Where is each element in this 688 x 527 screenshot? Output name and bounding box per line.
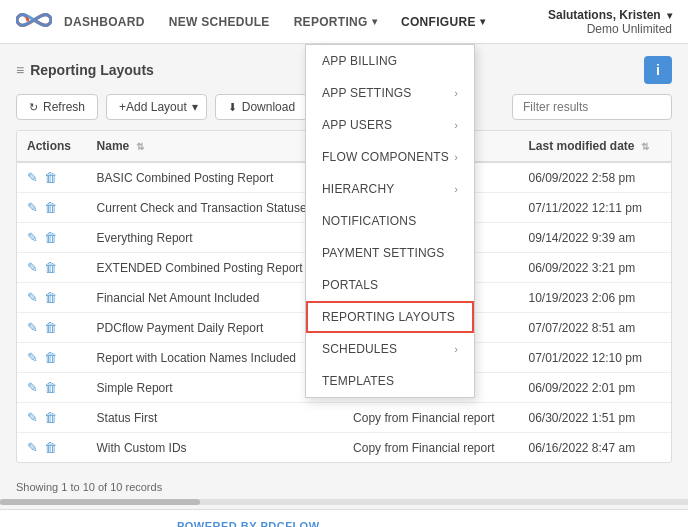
col-actions: Actions bbox=[17, 131, 87, 162]
add-layout-button[interactable]: +Add Layout ▾ bbox=[106, 94, 207, 120]
table-row: ✎ 🗑 With Custom IDs Copy from Financial … bbox=[17, 433, 671, 463]
user-account: Demo Unlimited bbox=[548, 22, 672, 36]
user-greeting: Salutations, Kristen ▾ bbox=[548, 8, 672, 22]
edit-icon[interactable]: ✎ bbox=[27, 170, 38, 185]
row-actions: ✎ 🗑 bbox=[17, 223, 87, 253]
edit-icon[interactable]: ✎ bbox=[27, 410, 38, 425]
arrow-icon: › bbox=[454, 119, 458, 131]
app-logo[interactable] bbox=[16, 8, 52, 35]
arrow-icon: › bbox=[454, 87, 458, 99]
nav-reporting[interactable]: REPORTING ▾ bbox=[282, 0, 389, 44]
sort-icon: ⇅ bbox=[136, 141, 144, 152]
edit-icon[interactable]: ✎ bbox=[27, 350, 38, 365]
edit-icon[interactable]: ✎ bbox=[27, 380, 38, 395]
arrow-icon: › bbox=[454, 151, 458, 163]
scroll-track[interactable] bbox=[0, 499, 688, 505]
dropdown-item-portals[interactable]: PORTALS bbox=[306, 269, 474, 301]
arrow-icon: › bbox=[454, 343, 458, 355]
powered-by: POWERED BY PDCFLOW bbox=[16, 520, 320, 528]
delete-icon[interactable]: 🗑 bbox=[44, 320, 57, 335]
row-actions: ✎ 🗑 bbox=[17, 283, 87, 313]
page-footer: pdcflow POWERED BY PDCFLOW SUPPORT | PRI… bbox=[0, 509, 688, 527]
dropdown-item-payment-settings[interactable]: PAYMENT SETTINGS bbox=[306, 237, 474, 269]
configure-caret: ▾ bbox=[480, 16, 485, 27]
row-last-modified: 07/01/2022 12:10 pm bbox=[518, 343, 671, 373]
row-actions: ✎ 🗑 bbox=[17, 162, 87, 193]
edit-icon[interactable]: ✎ bbox=[27, 440, 38, 455]
sort-icon: ⇅ bbox=[641, 141, 649, 152]
footer-right: POWERED BY PDCFLOW SUPPORT | PRIVACY | T… bbox=[16, 520, 320, 528]
layout-icon: ≡ bbox=[16, 62, 24, 78]
dropdown-item-templates[interactable]: TEMPLATES bbox=[306, 365, 474, 397]
dropdown-item-notifications[interactable]: NOTIFICATIONS bbox=[306, 205, 474, 237]
records-count: Showing 1 to 10 of 10 records bbox=[0, 475, 688, 499]
dropdown-item-app-settings[interactable]: APP SETTINGS › bbox=[306, 77, 474, 109]
row-last-modified: 09/14/2022 9:39 am bbox=[518, 223, 671, 253]
reporting-caret: ▾ bbox=[372, 16, 377, 27]
dropdown-item-hierarchy[interactable]: HIERARCHY › bbox=[306, 173, 474, 205]
page-title: Reporting Layouts bbox=[30, 62, 154, 78]
dropdown-item-app-users[interactable]: APP USERS › bbox=[306, 109, 474, 141]
main-nav: DASHBOARD NEW SCHEDULE REPORTING ▾ CONFI… bbox=[52, 0, 548, 44]
row-last-modified: 06/16/2022 8:47 am bbox=[518, 433, 671, 463]
delete-icon[interactable]: 🗑 bbox=[44, 440, 57, 455]
delete-icon[interactable]: 🗑 bbox=[44, 260, 57, 275]
row-last-modified: 10/19/2023 2:06 pm bbox=[518, 283, 671, 313]
col-last-modified[interactable]: Last modified date ⇅ bbox=[518, 131, 671, 162]
dropdown-item-app-billing[interactable]: APP BILLING bbox=[306, 45, 474, 77]
add-layout-caret: ▾ bbox=[192, 100, 198, 114]
user-menu[interactable]: Salutations, Kristen ▾ Demo Unlimited bbox=[548, 8, 672, 36]
row-description: Copy from Financial report bbox=[343, 433, 518, 463]
row-actions: ✎ 🗑 bbox=[17, 433, 87, 463]
user-caret: ▾ bbox=[667, 10, 672, 21]
refresh-button[interactable]: ↻ Refresh bbox=[16, 94, 98, 120]
row-name: With Custom IDs bbox=[87, 433, 344, 463]
edit-icon[interactable]: ✎ bbox=[27, 200, 38, 215]
delete-icon[interactable]: 🗑 bbox=[44, 290, 57, 305]
row-actions: ✎ 🗑 bbox=[17, 313, 87, 343]
arrow-icon: › bbox=[454, 183, 458, 195]
nav-configure[interactable]: CONFIGURE ▾ bbox=[389, 0, 497, 44]
scroll-thumb[interactable] bbox=[0, 499, 200, 505]
app-header: DASHBOARD NEW SCHEDULE REPORTING ▾ CONFI… bbox=[0, 0, 688, 44]
edit-icon[interactable]: ✎ bbox=[27, 230, 38, 245]
delete-icon[interactable]: 🗑 bbox=[44, 410, 57, 425]
row-last-modified: 06/09/2022 2:58 pm bbox=[518, 162, 671, 193]
edit-icon[interactable]: ✎ bbox=[27, 290, 38, 305]
download-button[interactable]: ⬇ Download bbox=[215, 94, 308, 120]
row-name: Status First bbox=[87, 403, 344, 433]
nav-new-schedule[interactable]: NEW SCHEDULE bbox=[157, 0, 282, 44]
filter-input[interactable] bbox=[512, 94, 672, 120]
delete-icon[interactable]: 🗑 bbox=[44, 200, 57, 215]
refresh-icon: ↻ bbox=[29, 101, 38, 114]
delete-icon[interactable]: 🗑 bbox=[44, 170, 57, 185]
configure-dropdown: APP BILLING APP SETTINGS › APP USERS › F… bbox=[305, 44, 475, 398]
nav-dashboard[interactable]: DASHBOARD bbox=[52, 0, 157, 44]
dropdown-item-reporting-layouts[interactable]: REPORTING LAYOUTS bbox=[306, 301, 474, 333]
row-last-modified: 07/07/2022 8:51 am bbox=[518, 313, 671, 343]
row-actions: ✎ 🗑 bbox=[17, 403, 87, 433]
download-icon: ⬇ bbox=[228, 101, 237, 114]
row-description: Copy from Financial report bbox=[343, 403, 518, 433]
row-actions: ✎ 🗑 bbox=[17, 253, 87, 283]
row-actions: ✎ 🗑 bbox=[17, 193, 87, 223]
row-last-modified: 06/09/2022 2:01 pm bbox=[518, 373, 671, 403]
row-last-modified: 06/09/2022 3:21 pm bbox=[518, 253, 671, 283]
edit-icon[interactable]: ✎ bbox=[27, 260, 38, 275]
row-actions: ✎ 🗑 bbox=[17, 373, 87, 403]
table-row: ✎ 🗑 Status First Copy from Financial rep… bbox=[17, 403, 671, 433]
row-last-modified: 06/30/2022 1:51 pm bbox=[518, 403, 671, 433]
delete-icon[interactable]: 🗑 bbox=[44, 380, 57, 395]
row-actions: ✎ 🗑 bbox=[17, 343, 87, 373]
row-last-modified: 07/11/2022 12:11 pm bbox=[518, 193, 671, 223]
dropdown-item-flow-components[interactable]: FLOW COMPONENTS › bbox=[306, 141, 474, 173]
dropdown-item-schedules[interactable]: SCHEDULES › bbox=[306, 333, 474, 365]
delete-icon[interactable]: 🗑 bbox=[44, 230, 57, 245]
info-button[interactable]: i bbox=[644, 56, 672, 84]
delete-icon[interactable]: 🗑 bbox=[44, 350, 57, 365]
edit-icon[interactable]: ✎ bbox=[27, 320, 38, 335]
